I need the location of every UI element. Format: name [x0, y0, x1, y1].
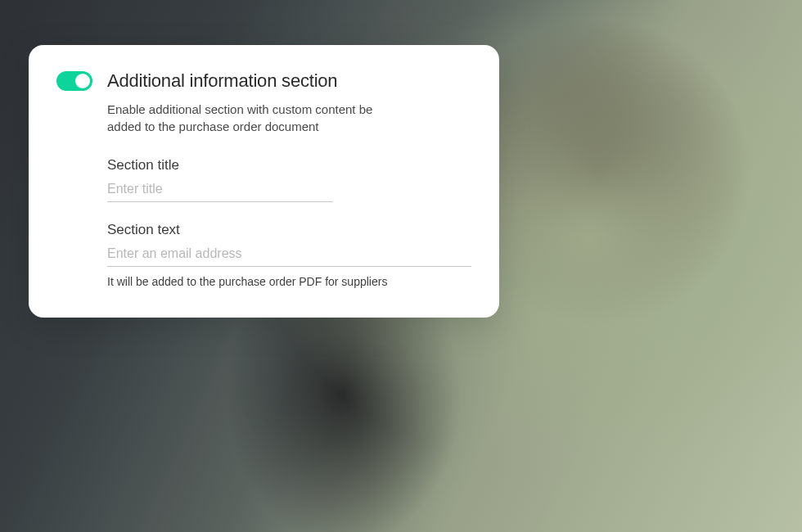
section-title-input[interactable] — [107, 178, 333, 202]
section-title-label: Section title — [107, 157, 471, 174]
additional-info-card: Additional information section Enable ad… — [29, 45, 499, 318]
enable-toggle[interactable] — [56, 71, 92, 91]
section-text-help: It will be added to the purchase order P… — [107, 275, 471, 288]
section-text-label: Section text — [107, 222, 471, 238]
card-title: Additional information section — [107, 70, 471, 92]
header-text-block: Additional information section Enable ad… — [107, 70, 471, 136]
card-header: Additional information section Enable ad… — [56, 70, 471, 136]
form-section: Section title Section text It will be ad… — [107, 157, 471, 288]
section-title-group: Section title — [107, 157, 471, 202]
section-text-group: Section text It will be added to the pur… — [107, 222, 471, 288]
section-text-input[interactable] — [107, 243, 471, 267]
card-description: Enable additional section with custom co… — [107, 101, 410, 137]
toggle-knob-icon — [75, 74, 90, 88]
